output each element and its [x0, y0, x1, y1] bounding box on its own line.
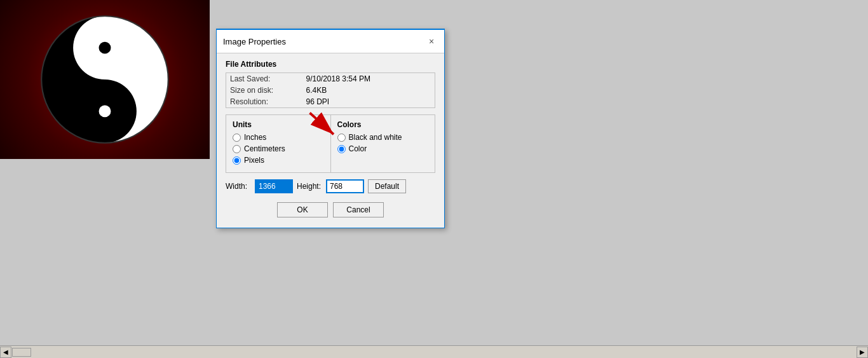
units-centimeters-option[interactable]: Centimeters [233, 144, 324, 153]
dialog-titlebar: Image Properties × [217, 30, 444, 53]
colors-bw-label: Black and white [349, 133, 402, 142]
size-on-disk-row: Size on disk: 6.4KB [226, 85, 435, 96]
last-saved-label: Last Saved: [226, 73, 302, 85]
units-section: Units Inches Centimeters Pixels [226, 115, 331, 172]
resolution-value: 96 DPI [302, 96, 435, 108]
file-attributes-title: File Attributes [226, 60, 435, 69]
size-on-disk-value: 6.4KB [302, 85, 435, 96]
dialog-buttons: OK Cancel [226, 200, 435, 221]
cancel-button[interactable]: Cancel [333, 202, 384, 217]
horizontal-scrollbar[interactable]: ◀ ▶ [0, 345, 868, 358]
dimensions-row: Width: Height: Default [226, 179, 435, 193]
resolution-row: Resolution: 96 DPI [226, 96, 435, 108]
colors-color-label: Color [349, 144, 367, 153]
dialog-close-button[interactable]: × [425, 35, 438, 48]
resolution-label: Resolution: [226, 96, 302, 108]
height-label: Height: [297, 182, 322, 191]
svg-point-3 [99, 42, 111, 54]
yinyang-image [0, 0, 210, 159]
width-input[interactable] [255, 179, 293, 193]
height-input[interactable] [326, 179, 364, 193]
units-inches-radio[interactable] [233, 134, 241, 142]
units-inches-label: Inches [244, 133, 266, 142]
last-saved-row: Last Saved: 9/10/2018 3:54 PM [226, 73, 435, 85]
colors-title: Colors [337, 120, 429, 129]
units-pixels-label: Pixels [244, 156, 264, 165]
file-attributes-table: Last Saved: 9/10/2018 3:54 PM Size on di… [226, 72, 435, 108]
ok-button[interactable]: OK [277, 202, 328, 217]
units-centimeters-label: Centimeters [244, 144, 285, 153]
svg-point-4 [99, 105, 111, 117]
units-pixels-option[interactable]: Pixels [233, 156, 324, 165]
size-on-disk-label: Size on disk: [226, 85, 302, 96]
units-pixels-radio[interactable] [233, 156, 241, 165]
yinyang-background [0, 0, 210, 159]
scroll-right-button[interactable]: ▶ [857, 347, 868, 358]
colors-bw-radio[interactable] [337, 134, 346, 142]
width-label: Width: [226, 182, 251, 191]
colors-color-option[interactable]: Color [337, 144, 429, 153]
units-inches-option[interactable]: Inches [233, 133, 324, 142]
colors-bw-option[interactable]: Black and white [337, 133, 429, 142]
dialog-title: Image Properties [223, 37, 286, 46]
colors-color-radio[interactable] [337, 145, 346, 153]
yinyang-svg [38, 13, 172, 146]
scroll-left-button[interactable]: ◀ [0, 347, 11, 358]
units-colors-container: Units Inches Centimeters Pixels Colors [226, 114, 435, 173]
units-centimeters-radio[interactable] [233, 145, 241, 153]
image-properties-dialog: Image Properties × File Attributes Last … [216, 29, 445, 228]
scroll-track[interactable] [11, 347, 857, 357]
last-saved-value: 9/10/2018 3:54 PM [302, 73, 435, 85]
dialog-content: File Attributes Last Saved: 9/10/2018 3:… [217, 53, 444, 228]
colors-section: Colors Black and white Color [331, 115, 435, 172]
scroll-thumb[interactable] [12, 348, 31, 357]
units-title: Units [233, 120, 324, 129]
default-button[interactable]: Default [368, 179, 406, 193]
